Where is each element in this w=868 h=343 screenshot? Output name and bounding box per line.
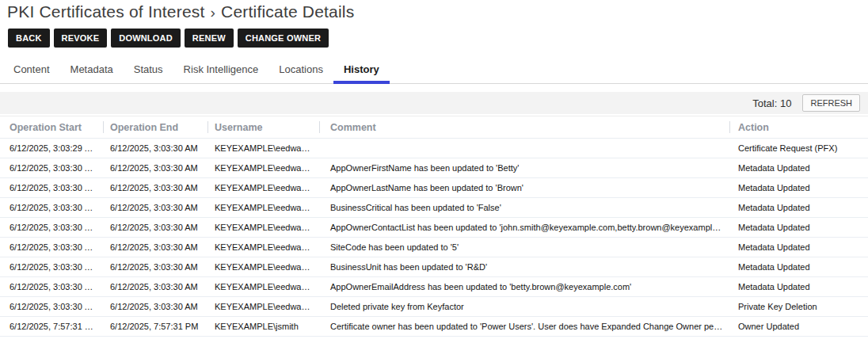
table-row[interactable]: 6/12/2025, 3:03:29 AM6/12/2025, 3:03:30 … [0, 139, 868, 158]
cell-username: KEYEXAMPLE\eedwards [207, 302, 319, 311]
renew-button[interactable]: RENEW [185, 29, 234, 48]
cell-operation-start: 6/12/2025, 3:03:30 AM [0, 223, 103, 232]
cell-operation-end: 6/12/2025, 3:03:30 AM [103, 143, 207, 153]
cell-operation-end: 6/12/2025, 3:03:30 AM [103, 262, 207, 272]
cell-operation-end: 6/12/2025, 3:03:30 AM [103, 302, 207, 311]
change-owner-button[interactable]: CHANGE OWNER [238, 29, 329, 48]
breadcrumb-separator: › [211, 4, 216, 21]
column-header-username: Username [207, 116, 319, 138]
column-header-operation-start: Operation Start [0, 116, 103, 138]
cell-comment: Deleted private key from Keyfactor [319, 302, 729, 311]
cell-username: KEYEXAMPLE\eedwards [207, 183, 319, 192]
column-header-comment: Comment [319, 116, 729, 138]
cell-action: Metadata Updated [729, 282, 868, 292]
table-row[interactable]: 6/12/2025, 3:03:30 AM6/12/2025, 3:03:30 … [0, 277, 868, 297]
history-grid: Total: 10 REFRESH Operation StartOperati… [0, 92, 868, 343]
cell-operation-start: 6/12/2025, 3:03:30 AM [0, 183, 103, 192]
cell-operation-start: 6/12/2025, 3:03:29 AM [0, 143, 103, 153]
cell-operation-start: 6/12/2025, 3:03:30 AM [0, 262, 103, 272]
cell-username: KEYEXAMPLE\eedwards [207, 242, 319, 252]
table-header-row: Operation StartOperation EndUsernameComm… [0, 116, 868, 139]
table-row[interactable]: 6/12/2025, 3:03:30 AM6/12/2025, 3:03:30 … [0, 158, 868, 178]
cell-comment: AppOwnerEmailAddress has been updated to… [319, 282, 729, 292]
cell-operation-start: 6/12/2025, 3:03:30 AM [0, 302, 103, 311]
cell-operation-start: 6/12/2025, 3:03:30 AM [0, 282, 103, 292]
cell-username: KEYEXAMPLE\eedwards [207, 163, 319, 173]
table-row[interactable]: 6/12/2025, 7:57:31 PM6/12/2025, 7:57:31 … [0, 317, 868, 337]
cell-username: KEYEXAMPLE\eedwards [207, 223, 319, 232]
tab-content[interactable]: Content [3, 59, 60, 84]
tab-status[interactable]: Status [124, 59, 173, 84]
cell-action: Metadata Updated [729, 163, 868, 173]
table-row[interactable]: 6/12/2025, 3:03:30 AM6/12/2025, 3:03:30 … [0, 198, 868, 218]
cell-operation-start: 6/12/2025, 7:57:31 PM [0, 322, 103, 331]
column-header-action: Action [729, 116, 868, 138]
tab-locations[interactable]: Locations [268, 59, 333, 84]
total-count: Total: 10 [752, 97, 791, 109]
cell-comment: SiteCode has been updated to '5' [319, 242, 729, 252]
cell-username: KEYEXAMPLE\eedwards [207, 282, 319, 292]
cell-comment: AppOwnerLastName has been updated to 'Br… [319, 183, 729, 192]
tab-metadata[interactable]: Metadata [60, 59, 124, 84]
cell-action: Metadata Updated [729, 203, 868, 212]
grid-toolbar: Total: 10 REFRESH [0, 92, 868, 116]
breadcrumb-current: Certificate Details [221, 2, 354, 21]
tab-history[interactable]: History [333, 59, 390, 84]
cell-operation-end: 6/12/2025, 3:03:30 AM [103, 282, 207, 292]
cell-action: Metadata Updated [729, 183, 868, 192]
column-header-operation-end: Operation End [103, 116, 207, 138]
cell-comment: Certificate owner has been updated to 'P… [319, 322, 729, 331]
cell-operation-start: 6/12/2025, 3:03:30 AM [0, 203, 103, 212]
cell-username: KEYEXAMPLE\jsmith [207, 322, 319, 331]
cell-operation-start: 6/12/2025, 3:03:30 AM [0, 242, 103, 252]
cell-operation-end: 6/12/2025, 3:03:30 AM [103, 242, 207, 252]
table-row[interactable]: 6/12/2025, 3:03:30 AM6/12/2025, 3:03:30 … [0, 238, 868, 257]
cell-comment: AppOwnerFirstName has been updated to 'B… [319, 163, 729, 173]
revoke-button[interactable]: REVOKE [54, 29, 108, 48]
cell-operation-end: 6/12/2025, 7:57:31 PM [103, 322, 207, 331]
cell-operation-end: 6/12/2025, 3:03:30 AM [103, 183, 207, 192]
cell-operation-start: 6/12/2025, 3:03:30 AM [0, 163, 103, 173]
table-row[interactable]: 6/12/2025, 3:03:30 AM6/12/2025, 3:03:30 … [0, 178, 868, 198]
cell-action: Private Key Deletion [729, 302, 868, 311]
cell-comment: AppOwnerContactList has been updated to … [319, 223, 729, 232]
page-title: PKI Certificates of Interest›Certificate… [0, 0, 868, 21]
cell-operation-end: 6/12/2025, 3:03:30 AM [103, 163, 207, 173]
table-row[interactable]: 6/12/2025, 3:03:30 AM6/12/2025, 3:03:30 … [0, 257, 868, 277]
tab-bar: ContentMetadataStatusRisk IntelligenceLo… [0, 59, 868, 84]
breadcrumb-parent: PKI Certificates of Interest [7, 2, 205, 21]
cell-comment: BusinessUnit has been updated to 'R&D' [319, 262, 729, 272]
cell-action: Metadata Updated [729, 242, 868, 252]
cell-operation-end: 6/12/2025, 3:03:30 AM [103, 203, 207, 212]
table-body: 6/12/2025, 3:03:29 AM6/12/2025, 3:03:30 … [0, 139, 868, 337]
refresh-button[interactable]: REFRESH [802, 94, 860, 112]
cell-action: Metadata Updated [729, 262, 868, 272]
back-button[interactable]: BACK [8, 29, 50, 48]
download-button[interactable]: DOWNLOAD [111, 29, 181, 48]
cell-action: Owner Updated [729, 322, 868, 331]
cell-username: KEYEXAMPLE\eedwards [207, 262, 319, 272]
cell-action: Metadata Updated [729, 223, 868, 232]
cell-operation-end: 6/12/2025, 3:03:30 AM [103, 223, 207, 232]
table-row[interactable]: 6/12/2025, 3:03:30 AM6/12/2025, 3:03:30 … [0, 297, 868, 317]
cell-comment: BusinessCritical has been updated to 'Fa… [319, 203, 729, 212]
tab-risk-intelligence[interactable]: Risk Intelligence [173, 59, 269, 84]
cell-username: KEYEXAMPLE\eedwards [207, 143, 319, 153]
cell-username: KEYEXAMPLE\eedwards [207, 203, 319, 212]
table-footer [0, 337, 868, 343]
cell-action: Certificate Request (PFX) [729, 143, 868, 153]
table-row[interactable]: 6/12/2025, 3:03:30 AM6/12/2025, 3:03:30 … [0, 218, 868, 238]
action-bar: BACKREVOKEDOWNLOADRENEWCHANGE OWNER [0, 29, 868, 48]
